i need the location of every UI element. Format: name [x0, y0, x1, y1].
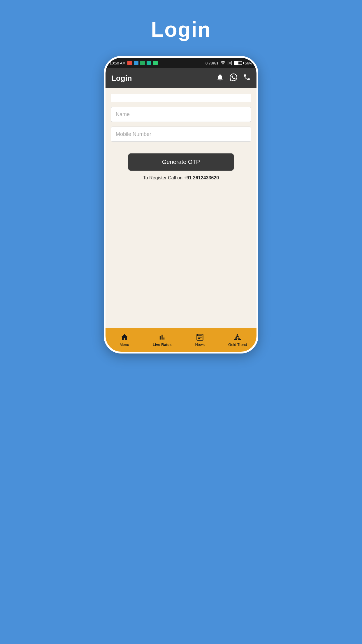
- status-left: 10:50 AM: [110, 61, 158, 65]
- nav-item-live-rates[interactable]: Live Rates: [143, 328, 181, 352]
- status-bar: 10:50 AM 0.78K/s: [106, 58, 256, 68]
- register-text-prefix: To Register Call on: [143, 175, 184, 180]
- nav-label-menu: Menu: [120, 342, 129, 347]
- header-title: Login: [111, 74, 132, 83]
- app-icon-teal: [147, 61, 151, 65]
- nav-label-live-rates: Live Rates: [153, 342, 172, 347]
- page-title: Login: [151, 18, 211, 41]
- phone-mockup: 10:50 AM 0.78K/s: [104, 56, 258, 354]
- white-strip: [111, 94, 251, 102]
- app-icon-green: [140, 61, 145, 65]
- nav-label-gold-trend: Gold Trend: [228, 342, 247, 347]
- status-right: 0.78K/s: [205, 61, 252, 65]
- svg-rect-8: [197, 334, 198, 336]
- header-icons: [216, 74, 251, 83]
- content-spacer: [111, 186, 251, 328]
- register-phone-number: +91 2612433620: [184, 175, 219, 180]
- whatsapp-icon[interactable]: [230, 74, 237, 83]
- battery-percent: 56%: [245, 61, 252, 65]
- x-icon: [228, 61, 232, 65]
- bell-icon[interactable]: [216, 74, 224, 83]
- nav-item-gold-trend[interactable]: Gold Trend: [219, 328, 257, 352]
- battery-indicator: 56%: [234, 61, 252, 65]
- bottom-nav: Menu Live Rates News: [106, 328, 256, 352]
- mobile-number-input[interactable]: [111, 127, 251, 142]
- chart-icon: [158, 333, 166, 341]
- generate-otp-button[interactable]: Generate OTP: [128, 153, 234, 171]
- svg-point-0: [223, 64, 223, 64]
- nav-item-news[interactable]: News: [181, 328, 219, 352]
- app-icon-green2: [153, 61, 158, 65]
- wifi-icon: [221, 61, 225, 65]
- app-content: Generate OTP To Register Call on +91 261…: [106, 88, 256, 328]
- name-input[interactable]: [111, 107, 251, 122]
- app-icon-red: [127, 61, 132, 65]
- scale-icon: [233, 333, 242, 341]
- nav-label-news: News: [195, 342, 205, 347]
- home-icon: [120, 333, 129, 341]
- status-time: 10:50 AM: [110, 61, 126, 65]
- network-speed: 0.78K/s: [205, 61, 218, 65]
- phone-screen: 10:50 AM 0.78K/s: [106, 58, 256, 352]
- nav-item-menu[interactable]: Menu: [106, 328, 143, 352]
- news-icon: [196, 333, 204, 341]
- register-text: To Register Call on +91 2612433620: [111, 175, 251, 181]
- phone-icon[interactable]: [243, 74, 251, 83]
- app-icon-blue: [134, 61, 138, 65]
- app-header: Login: [106, 68, 256, 88]
